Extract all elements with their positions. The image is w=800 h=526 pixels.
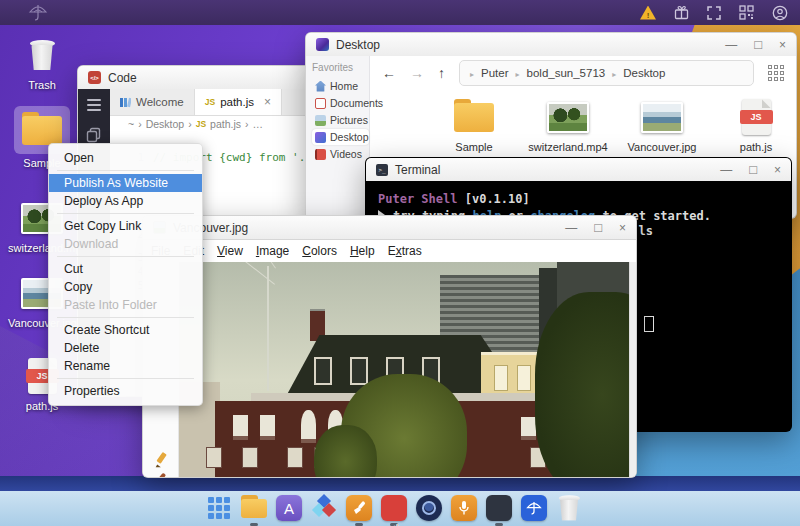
context-item-cut[interactable]: Cut	[49, 260, 202, 278]
taskbar-code-icon[interactable]	[381, 495, 407, 521]
context-item-create-shortcut[interactable]: Create Shortcut	[49, 321, 202, 339]
menu-hamburger-icon[interactable]	[87, 99, 101, 114]
close-button[interactable]: ×	[774, 164, 781, 176]
up-arrow-icon[interactable]: ↑	[438, 65, 445, 81]
sidebar-item-documents[interactable]: Documents	[312, 95, 369, 111]
context-item-copy[interactable]: Copy	[49, 278, 202, 296]
pencil-tool-icon[interactable]	[152, 451, 169, 468]
tab-close-icon[interactable]: ×	[264, 95, 271, 109]
photo-trees-right	[535, 292, 630, 477]
taskbar-puter-icon[interactable]	[521, 495, 547, 521]
taskbar-camera-icon[interactable]	[416, 495, 442, 521]
breadcrumb-item[interactable]: bold_sun_5713	[527, 67, 606, 79]
sidebar-item-pictures[interactable]: Pictures	[312, 112, 369, 128]
vertical-scrollbar[interactable]	[629, 262, 636, 477]
documents-icon	[315, 98, 326, 109]
image-viewer-titlebar[interactable]: Vancouver.jpg — □ ×	[143, 216, 636, 240]
forward-arrow-icon[interactable]: →	[410, 65, 424, 81]
sidebar-header: Favorites	[312, 62, 369, 73]
taskbar-blocks-icon[interactable]	[311, 495, 337, 521]
js-badge: JS	[205, 97, 215, 107]
menu-colors[interactable]: Colors	[302, 244, 337, 258]
menu-image[interactable]: Image	[256, 244, 289, 258]
qr-code-icon[interactable]	[739, 5, 754, 20]
trash-icon	[15, 34, 69, 76]
back-arrow-icon[interactable]: ←	[382, 65, 396, 81]
file-item-pathjs[interactable]: JS path.js	[713, 95, 797, 153]
taskbar-trash-icon[interactable]	[558, 497, 580, 519]
file-item-switzerland[interactable]: switzerland.mp4	[525, 95, 611, 153]
taskbar-paint-icon[interactable]	[346, 495, 372, 521]
breadcrumb-chevron-icon	[516, 67, 520, 79]
close-button[interactable]: ×	[619, 222, 626, 234]
terminal-banner: Puter Shell [v0.1.10]	[378, 191, 779, 208]
minimize-button[interactable]: —	[565, 222, 577, 234]
context-item-delete[interactable]: Delete	[49, 339, 202, 357]
taskbar-launcher-icon[interactable]	[206, 495, 232, 521]
maximize-button[interactable]: □	[754, 38, 762, 51]
image-thumbnail-icon	[641, 102, 683, 133]
desktop-icon-trash[interactable]: Trash	[8, 34, 76, 91]
minimize-button[interactable]: —	[725, 39, 737, 51]
maximize-button[interactable]: □	[594, 221, 602, 234]
vancouver-photo	[179, 262, 629, 477]
breadcrumb-item[interactable]: Puter	[481, 67, 509, 79]
code-window-title: Code	[108, 71, 137, 85]
breadcrumb-item[interactable]: Desktop	[623, 67, 665, 79]
file-item-vancouver[interactable]: Vancouver.jpg	[619, 95, 705, 153]
videos-icon	[315, 149, 326, 160]
menu-view[interactable]: View	[217, 244, 243, 258]
taskbar-terminal-icon[interactable]	[486, 495, 512, 521]
file-manager-titlebar[interactable]: Desktop — □ ×	[306, 33, 796, 57]
grid-view-icon[interactable]	[768, 65, 784, 81]
menu-separator	[57, 213, 194, 214]
context-item-properties[interactable]: Properties	[49, 382, 202, 400]
warning-icon[interactable]: !	[640, 6, 656, 20]
system-topbar: !	[0, 0, 800, 25]
context-item-deploy-as-app[interactable]: Deploy As App	[49, 192, 202, 210]
minimize-button[interactable]: —	[720, 164, 732, 176]
taskbar-recorder-icon[interactable]	[451, 495, 477, 521]
gift-icon[interactable]	[674, 5, 689, 20]
file-manager-title: Desktop	[336, 38, 380, 52]
desktop-icon-label: Trash	[8, 79, 76, 91]
terminal-cursor	[644, 316, 654, 332]
brush-tool-icon[interactable]	[152, 473, 169, 478]
terminal-titlebar[interactable]: Terminal — □ ×	[366, 158, 791, 182]
fullscreen-icon[interactable]	[707, 6, 721, 20]
code-app-icon	[88, 71, 101, 84]
breadcrumb-chevron-icon	[612, 67, 616, 79]
puter-logo-icon[interactable]	[28, 4, 48, 21]
tab-welcome[interactable]: Welcome	[110, 89, 195, 115]
files-copy-icon[interactable]	[86, 127, 102, 143]
desktop-icon	[315, 132, 326, 143]
tab-pathjs[interactable]: JS path.js ×	[195, 89, 282, 115]
menu-separator	[57, 256, 194, 257]
sidebar-item-home[interactable]: Home	[312, 78, 369, 94]
file-manager-toolbar: ← → ↑ Puter bold_sun_5713 Desktop	[370, 56, 796, 90]
context-menu: Open Publish As Website Deploy As App Ge…	[48, 143, 203, 406]
js-file-icon: JS	[742, 99, 771, 135]
context-item-rename[interactable]: Rename	[49, 357, 202, 375]
taskbar-files-icon[interactable]	[241, 495, 267, 521]
sidebar-item-desktop[interactable]: Desktop	[312, 129, 369, 145]
terminal-app-icon	[376, 164, 388, 176]
file-item-sample[interactable]: Sample	[431, 95, 517, 153]
breadcrumb[interactable]: Puter bold_sun_5713 Desktop	[459, 60, 754, 86]
context-item-open[interactable]: Open	[49, 149, 202, 167]
context-item-get-copy-link[interactable]: Get Copy Link	[49, 217, 202, 235]
account-icon[interactable]	[772, 5, 788, 21]
folder-icon	[454, 103, 494, 132]
maximize-button[interactable]: □	[749, 163, 757, 176]
pictures-icon	[315, 115, 326, 126]
video-thumbnail-icon	[547, 102, 589, 133]
close-button[interactable]: ×	[779, 39, 786, 51]
context-item-publish-as-website[interactable]: Publish As Website	[49, 174, 202, 192]
taskbar-text-editor-icon[interactable]	[276, 495, 302, 521]
menu-extras[interactable]: Extras	[388, 244, 422, 258]
sidebar-item-videos[interactable]: Videos	[312, 146, 369, 162]
file-manager-sidebar: Favorites Home Documents Pictures Deskto…	[306, 56, 370, 218]
taskbar	[0, 491, 800, 526]
terminal-title: Terminal	[395, 163, 440, 177]
menu-help[interactable]: Help	[350, 244, 375, 258]
